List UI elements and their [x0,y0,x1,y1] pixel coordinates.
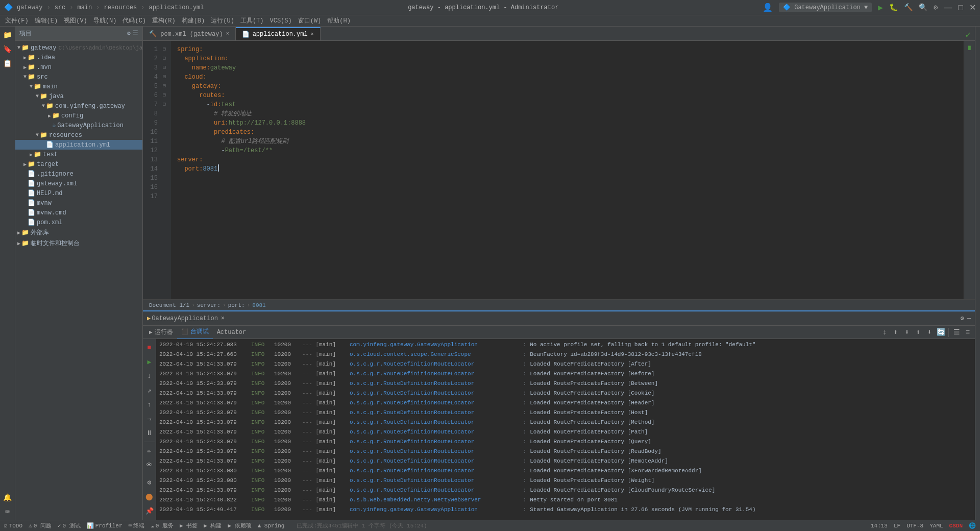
panel-settings-icon[interactable]: ⚙ [961,315,964,322]
build-btn[interactable]: 🔨 [904,3,913,12]
tab-yml-close[interactable]: × [311,32,314,37]
tab-application-yml[interactable]: 📄 application.yml × [236,27,321,40]
debug-run-btn[interactable]: ▶ [144,356,155,368]
log-class-6[interactable]: o.s.c.g.r.RouteDefinitionRouteLocator [350,389,523,398]
subtab-actuator[interactable]: Actuator [213,325,251,340]
tree-item-config[interactable]: ▶ 📁 config [15,111,142,120]
tree-item-mvn[interactable]: ▶ 📁 .mvn [15,62,142,72]
maximize-btn[interactable]: □ [958,3,963,12]
menu-item-nav[interactable]: 导航(N) [90,15,120,27]
bookmark-sidebar-btn[interactable]: 🔖 [2,43,14,55]
status-line-col[interactable]: 14:13 [871,523,888,529]
menu-item-tools[interactable]: 工具(T) [237,15,267,27]
log-class-17[interactable]: o.s.b.web.embedded.netty.NettyWebServer [350,496,523,504]
menu-item-refactor[interactable]: 重构(R) [149,15,179,27]
log-class-16[interactable]: o.s.c.g.r.RouteDefinitionRouteLocator [350,486,523,495]
status-plugins[interactable]: ▶ 依赖项 [228,522,251,529]
console-action-7[interactable]: ☰ [951,327,962,337]
menu-item-build[interactable]: 构建(B) [179,15,208,27]
status-terminal[interactable]: ⌨ 终端 [129,522,145,529]
console-action-1[interactable]: ↕ [879,327,890,337]
console-action-3[interactable]: ⬇ [902,327,912,337]
fold-4[interactable]: ⊟ [162,63,167,73]
tree-item-mvnw[interactable]: ▶ 📄 mvnw [15,198,142,208]
menu-item-file[interactable]: 文件(F) [2,15,32,27]
console-action-8[interactable]: ≡ [963,327,973,337]
sidebar-collapse-icon[interactable]: ☰ [133,30,138,37]
debug-settings-btn[interactable]: ⚙ [144,477,155,488]
log-class-3[interactable]: o.s.c.g.r.RouteDefinitionRouteLocator [350,360,523,369]
menu-item-view[interactable]: 视图(V) [61,15,90,27]
log-class-2[interactable]: o.s.cloud.context.scope.GenericScope [350,350,523,359]
subtab-console[interactable]: ⬛ 台调试 [177,325,213,340]
menu-item-help[interactable]: 帮助(H) [324,15,354,27]
status-csdn[interactable]: CSDN [949,523,963,529]
status-encoding[interactable]: UTF-8 [906,523,923,529]
tree-item-resources[interactable]: ▼ 📁 resources [15,130,142,140]
status-todo[interactable]: ☑ TODO [4,522,22,529]
console-action-6[interactable]: 🔄 [936,327,946,337]
status-lang[interactable]: YAML [929,523,943,529]
log-class-9[interactable]: o.s.c.g.r.RouteDefinitionRouteLocator [350,418,523,427]
tree-item-test[interactable]: ▶ 📁 test [15,150,142,159]
close-btn[interactable]: ✕ [969,3,976,12]
debug-pin-btn[interactable]: 📌 [144,505,155,517]
tree-item-gitignore[interactable]: ▶ 📄 .gitignore [15,169,142,179]
log-class-7[interactable]: o.s.c.g.r.RouteDefinitionRouteLocator [350,399,523,407]
log-class-12[interactable]: o.s.c.g.r.RouteDefinitionRouteLocator [350,447,523,456]
tree-item-mvnw-cmd[interactable]: ▶ 📄 mvnw.cmd [15,208,142,218]
log-class-11[interactable]: o.s.c.g.r.RouteDefinitionRouteLocator [350,438,523,446]
fold-2[interactable]: ⊟ [162,54,167,63]
debug-step-btn[interactable]: ↓ [144,371,155,382]
fold-10[interactable]: ⊟ [162,91,167,100]
tree-item-external[interactable]: ▶ 📁 外部库 [15,227,142,238]
debug-step-out-btn[interactable]: ↑ [144,399,155,411]
console-action-5[interactable]: ⬇ [924,327,935,337]
log-class-8[interactable]: o.s.c.g.r.RouteDefinitionRouteLocator [350,408,523,417]
status-bookmarks[interactable]: ▶ 书签 [180,522,198,529]
debug-btn[interactable]: 🐛 [889,3,898,12]
tree-item-pom[interactable]: ▶ 📄 pom.xml [15,218,142,227]
fold-5[interactable]: ⊟ [162,73,167,82]
log-class-14[interactable]: o.s.c.g.r.RouteDefinitionRouteLocator [350,467,523,475]
log-class-10[interactable]: o.s.c.g.r.RouteDefinitionRouteLocator [350,428,523,437]
debug-resume-btn[interactable]: ⇒ [144,414,155,425]
run-btn[interactable]: ▶ [878,3,883,13]
status-profiler[interactable]: 📊 Profiler [87,522,122,529]
debug-breakpoint-btn[interactable]: ⬤ [144,491,155,502]
bc-port[interactable]: port: [228,302,245,308]
status-tests[interactable]: ✓ 0 测试 [58,522,81,529]
tree-item-application-yml[interactable]: ▶ 📄 application.yml [15,140,142,150]
search-btn[interactable]: 🔍 [919,3,927,12]
tab-pom-xml[interactable]: 🔨 pom.xml (gateway) × [143,27,236,40]
tree-item-package[interactable]: ▼ 📁 com.yinfeng.gateway [15,101,142,111]
debug-stop-btn[interactable]: ■ [144,342,155,353]
log-class-1[interactable]: com.yinfeng.gateway.GatewayApplication [350,341,523,349]
tree-item-main[interactable]: ▼ 📁 main [15,82,142,91]
tree-item-java[interactable]: ▼ 📁 java [15,91,142,101]
bc-server[interactable]: server: [197,302,220,308]
menu-item-run[interactable]: 运行(U) [208,15,237,27]
log-class-4[interactable]: o.s.c.g.r.RouteDefinitionRouteLocator [350,370,523,378]
console-action-2[interactable]: ⬆ [891,327,901,337]
console-action-4[interactable]: ⬆ [913,327,923,337]
subtab-runner[interactable]: ▶ 运行器 [145,325,177,340]
minimize-btn[interactable]: — [944,3,952,12]
log-class-13[interactable]: o.s.c.g.r.RouteDefinitionRouteLocator [350,457,523,466]
terminal-sidebar-btn[interactable]: ⌨ [2,505,14,518]
sidebar-settings-icon[interactable]: ⚙ [127,30,131,37]
tree-item-src[interactable]: ▼ 📁 src [15,72,142,82]
debug-pause-btn[interactable]: ⏸ [144,428,155,439]
structure-sidebar-btn[interactable]: 📋 [2,57,14,69]
fold-13[interactable]: ⊟ [162,100,167,109]
status-build[interactable]: ▶ 构建 [204,522,222,529]
tree-item-gateway-xml[interactable]: ▶ 📄 gateway.xml [15,179,142,188]
menu-item-window[interactable]: 窗口(W) [295,15,325,27]
status-problems[interactable]: ⚠ 0 问题 [29,522,52,529]
status-spring[interactable]: ▲ Spring [258,523,285,529]
tree-item-gateway-app[interactable]: ▶ ☕ GatewayApplication [15,120,142,130]
code-content[interactable]: spring: application: name: gateway cloud… [171,41,964,299]
debug-edit-btn[interactable]: ✏ [144,445,155,456]
status-lf[interactable]: LF [894,523,900,529]
tree-item-idea[interactable]: ▶ 📁 .idea [15,53,142,62]
